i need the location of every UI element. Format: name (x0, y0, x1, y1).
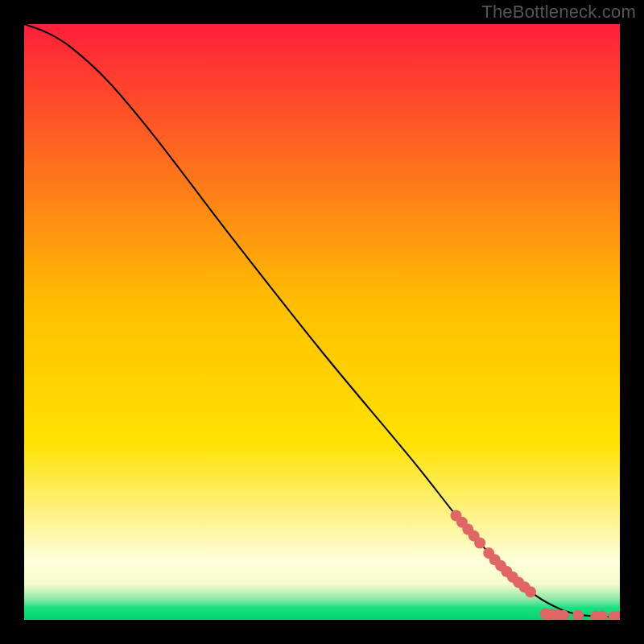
highlight-point (474, 538, 485, 549)
watermark-text: TheBottleneck.com (481, 2, 636, 23)
chart-svg (24, 24, 620, 620)
chart-outer: TheBottleneck.com (0, 0, 644, 644)
highlight-point (525, 586, 536, 597)
gradient-background (24, 24, 620, 620)
plot-area (24, 24, 620, 620)
